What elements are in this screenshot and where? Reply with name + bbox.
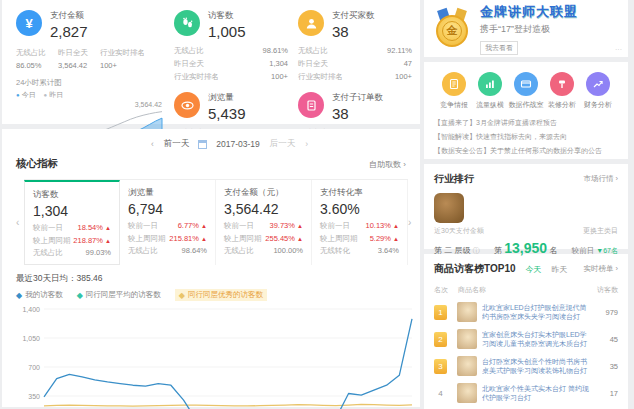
module-traffic[interactable]: 流量纵横 bbox=[472, 72, 508, 110]
kpi-title: 支付金额 bbox=[50, 10, 88, 22]
yen-icon: ¥ bbox=[16, 10, 42, 36]
stat-value: 47 bbox=[404, 59, 412, 69]
module-competitive-intel[interactable]: 竞争情报 bbox=[436, 72, 472, 110]
tab-pageviews[interactable]: 浏览量 6,794 较前一日6.77% ▲ 较上周同期215.81% ▲ 无线占… bbox=[120, 180, 216, 265]
kpi-value: 38 bbox=[332, 105, 383, 122]
stat-value: 3,564.42 bbox=[58, 61, 88, 70]
module-decoration-analysis[interactable]: 装修分析 bbox=[544, 72, 580, 110]
tab-visitors[interactable]: 访客数 1,304 较前一日18.54% ▲ 较上周同期218.87% ▲ 无线… bbox=[24, 180, 120, 265]
product-thumbnail bbox=[457, 383, 477, 403]
tab-today[interactable]: 今天 bbox=[526, 264, 542, 275]
product-row[interactable]: 2 宜家创意床头台灯实木护眼LED学习阅读儿童书桌卧室调光木质台灯 45 bbox=[434, 329, 618, 349]
banner-title: 金牌讲师大联盟 bbox=[480, 3, 578, 21]
document-icon bbox=[442, 72, 466, 96]
product-thumbnail bbox=[457, 302, 477, 322]
product-row[interactable]: 4 北欧宜家个性美式实木台灯 简约现代护眼学习台灯 17 bbox=[434, 383, 618, 403]
promo-banner[interactable]: 金 金牌讲师大联盟 携手“17”登封造极 我去看看 ··· bbox=[424, 0, 628, 57]
section-title-core-metrics: 核心指标 bbox=[16, 157, 58, 171]
product-name[interactable]: 北欧宜家LED台灯护眼创意现代简约书房卧室床头夹学习阅读台灯 bbox=[482, 303, 590, 322]
banner-subtitle: 携手“17”登封造极 bbox=[480, 23, 578, 36]
stat-value: 98.61% bbox=[263, 46, 288, 56]
trend-section: 最近30天日均：385.46 ◆我的访客数◆同行同层平均的访客数◆同行同层优秀的… bbox=[16, 273, 416, 409]
modules-card: 竞争情报 流量纵横 数据作战室 bbox=[424, 62, 628, 159]
svg-text:1,050: 1,050 bbox=[22, 335, 40, 342]
legend-today: 今日 bbox=[22, 91, 36, 98]
visitor-count: 979 bbox=[590, 308, 618, 317]
realtime-rank-link[interactable]: 实时榜单 › bbox=[583, 264, 618, 274]
top10-title: 商品访客榜TOP10 bbox=[434, 262, 516, 276]
link-arrow-icon: › bbox=[403, 160, 406, 169]
product-name[interactable]: 北欧宜家个性美式实木台灯 简约现代护眼学习台灯 bbox=[482, 384, 590, 403]
rank-badge: 2 bbox=[434, 332, 447, 347]
stat-value: 100+ bbox=[100, 61, 145, 70]
visitor-count: 17 bbox=[590, 389, 618, 398]
kpi-card-payment[interactable]: ¥ 支付金额 2,827 无线占比86.05% 昨日全天3,564.42 行业实… bbox=[16, 10, 164, 118]
legend-item[interactable]: ◆同行同层平均的访客数 bbox=[77, 289, 161, 301]
kpi-value: 5,439 bbox=[208, 105, 246, 122]
tab-payment-amount[interactable]: 支付金额（元） 3,564.42 较前一日39.73% ▲ 较上周同期255.4… bbox=[216, 180, 312, 265]
info-icon[interactable]: ⓘ bbox=[473, 247, 480, 254]
visitor-count: 45 bbox=[590, 335, 618, 344]
svg-text:350: 350 bbox=[28, 393, 40, 400]
calendar-icon[interactable] bbox=[198, 140, 207, 149]
trend-legend: ◆我的访客数◆同行同层平均的访客数◆同行同层优秀的访客数 bbox=[16, 289, 416, 301]
rank-number: 4 bbox=[434, 389, 447, 398]
level-label: 第 二 层级 ⓘ bbox=[434, 245, 480, 256]
stat-label: 昨日全天 bbox=[174, 59, 204, 69]
rank-badge: 1 bbox=[434, 305, 447, 320]
top10-card: 商品访客榜TOP10 今天 昨天 实时榜单 › 名次 商品名称 访客数 1 北欧… bbox=[424, 254, 628, 409]
tabs-scroll-left-icon[interactable]: ‹ bbox=[16, 179, 24, 265]
trend-line-chart: 1,4001,0507003500 bbox=[16, 303, 416, 409]
news-item[interactable]: 【数据安全公告】关于禁止任何形式的数据分享的公告 bbox=[434, 146, 618, 156]
legend-item[interactable]: ◆同行同层优秀的访客数 bbox=[175, 289, 267, 301]
news-item[interactable]: 【直播来了】3月金牌讲师直播课程预告 bbox=[434, 118, 618, 128]
stat-label: 昨日全天 bbox=[58, 48, 88, 58]
kpi-card-buyers[interactable]: 支付买家数 38 无线占比92.11% 昨日全天47 行业实时排名100+ bbox=[298, 10, 412, 82]
trend-arrow-icon bbox=[586, 72, 610, 96]
kpi-value: 2,827 bbox=[50, 23, 88, 40]
tabs-scroll-right-icon[interactable]: › bbox=[408, 179, 416, 265]
prev-day-button[interactable]: 前一天 bbox=[164, 138, 190, 150]
stat-label: 行业实时排名 bbox=[174, 72, 219, 82]
kpi-value: 1,005 bbox=[208, 23, 246, 40]
next-day-button[interactable]: 后一天 bbox=[270, 138, 296, 150]
kpi-title: 支付子订单数 bbox=[332, 92, 383, 104]
amount-label: 近30天支付金额 bbox=[434, 226, 484, 236]
tab-conversion-rate[interactable]: 支付转化率 3.60% 较前一日10.13% ▲ 较上周同期5.29% ▲ 无线… bbox=[312, 180, 408, 265]
date-value[interactable]: 2017-03-19 bbox=[216, 139, 259, 149]
today-dot: ● bbox=[16, 92, 20, 98]
product-name[interactable]: 台灯卧室床头创意个性时尚书房书桌美式护眼学习阅读装饰礼物台灯 bbox=[482, 357, 590, 376]
carousel-dots-icon[interactable]: ··· bbox=[615, 46, 622, 53]
banner-cta-button[interactable]: 我去看看 bbox=[480, 41, 518, 55]
stat-label: 行业实时排名 bbox=[100, 48, 145, 58]
gold-medal-icon: 金 bbox=[432, 9, 472, 49]
stat-label: 无线占比 bbox=[16, 48, 46, 58]
news-list: 【直播来了】3月金牌讲师直播课程预告 【智能解读】快速查找指标去向，来源去向 【… bbox=[434, 118, 618, 156]
metric-tabs: 访客数 1,304 较前一日18.54% ▲ 较上周同期218.87% ▲ 无线… bbox=[24, 179, 408, 265]
prev-day-chevron-icon[interactable]: ‹ bbox=[151, 139, 154, 149]
self-service-data-link[interactable]: 自助取数 › bbox=[369, 159, 406, 170]
legend-label: 我的访客数 bbox=[25, 290, 63, 300]
next-day-chevron-icon[interactable]: › bbox=[305, 139, 308, 149]
tab-yesterday[interactable]: 昨天 bbox=[552, 264, 568, 275]
industry-rank-card: 行业排行 市场行情 › 近30天支付金额 更换主类目 第 二 层级 ⓘ 第 13… bbox=[424, 164, 628, 249]
module-finance-analysis[interactable]: 财务分析 bbox=[580, 72, 616, 110]
shop-avatar bbox=[434, 193, 464, 223]
product-row[interactable]: 3 台灯卧室床头创意个性时尚书房书桌美式护眼学习阅读装饰礼物台灯 35 bbox=[434, 356, 618, 376]
kpi-title: 访客数 bbox=[208, 10, 246, 22]
core-metrics-panel: ‹ 前一天 2017-03-19 后一天 › 核心指标 自助取数 › ‹ 访客数… bbox=[2, 129, 420, 407]
product-thumbnail bbox=[457, 356, 477, 376]
product-row[interactable]: 1 北欧宜家LED台灯护眼创意现代简约书房卧室床头夹学习阅读台灯 979 bbox=[434, 302, 618, 322]
rank-value: 第 13,950 名 bbox=[494, 240, 557, 256]
kpi-card-visitors[interactable]: 访客数 1,005 无线占比98.61% 昨日全天1,304 行业实时排名100… bbox=[174, 10, 288, 82]
yesterday-dot: ● bbox=[44, 92, 48, 98]
rank-badge: 3 bbox=[434, 359, 447, 374]
module-war-room[interactable]: 数据作战室 bbox=[508, 72, 544, 110]
market-link[interactable]: 市场行情 › bbox=[583, 174, 618, 184]
news-item[interactable]: 【智能解读】快速查找指标去向，来源去向 bbox=[434, 132, 618, 142]
kpi-stats: 无线占比86.05% 昨日全天3,564.42 行业实时排名100+ bbox=[16, 48, 164, 70]
legend-item[interactable]: ◆我的访客数 bbox=[16, 289, 63, 301]
product-name[interactable]: 宜家创意床头台灯实木护眼LED学习阅读儿童书桌卧室调光木质台灯 bbox=[482, 330, 590, 349]
diamond-marker-icon: ◆ bbox=[179, 291, 185, 300]
change-category-link[interactable]: 更换主类目 bbox=[583, 226, 618, 236]
